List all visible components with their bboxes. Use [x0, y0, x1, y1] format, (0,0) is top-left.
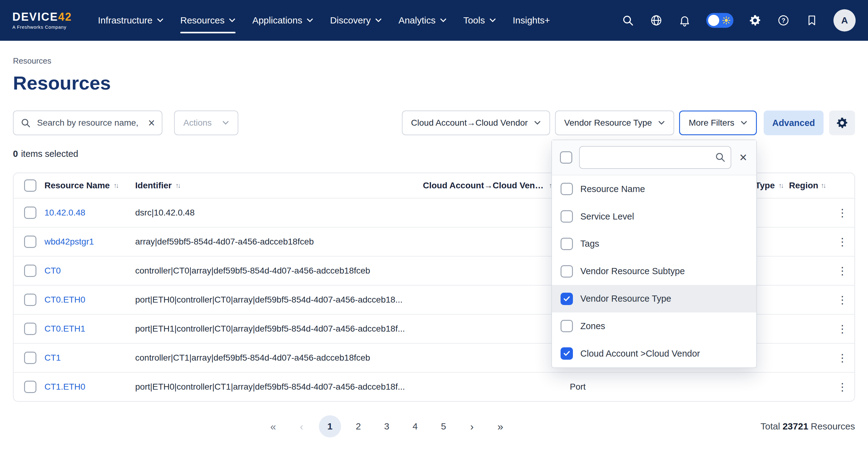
filter-option-cloud-account-cloud-vendor[interactable]: Cloud Account >Cloud Vendor [552, 340, 756, 367]
user-avatar[interactable]: A [833, 9, 856, 31]
resource-link[interactable]: wbd42pstgr1 [44, 237, 94, 246]
col-header-cloud-vendor[interactable]: Cloud Account→Cloud Vendor↑↓ [423, 181, 570, 190]
help-icon[interactable]: ? [777, 13, 790, 27]
gear-icon[interactable] [748, 13, 762, 27]
nav-item-insights[interactable]: Insights+ [513, 0, 550, 41]
filter-checkbox[interactable] [561, 183, 573, 195]
select-all-checkbox[interactable] [24, 179, 36, 192]
search-input[interactable] [36, 117, 143, 128]
search-icon [20, 118, 31, 128]
nav-item-analytics[interactable]: Analytics [399, 0, 447, 41]
bell-icon[interactable] [678, 13, 691, 27]
row-checkbox[interactable] [24, 236, 36, 248]
actions-dropdown[interactable]: Actions [174, 111, 238, 135]
filter-option-vendor-resource-subtype[interactable]: Vendor Resource Subtype [552, 258, 756, 285]
filter-checkbox[interactable] [561, 238, 573, 250]
col-header-resource-name[interactable]: Resource Name↑↓ [44, 181, 135, 190]
cloud-account-filter-dropdown[interactable]: Cloud Account→Cloud Vendor [402, 111, 550, 135]
chevron-down-icon [229, 18, 236, 23]
filter-checkbox[interactable] [561, 210, 573, 222]
sort-icon[interactable]: ↑↓ [175, 182, 180, 189]
filter-checkbox[interactable] [561, 320, 573, 332]
row-actions-kebab-icon[interactable]: ⋮ [837, 266, 848, 276]
table-row: CT1.ETH0 port|ETH0|controller|CT1|array|… [13, 372, 855, 401]
close-panel-icon[interactable]: × [738, 151, 748, 164]
filter-search-input[interactable] [579, 146, 731, 169]
last-page-button[interactable]: » [489, 415, 512, 438]
filter-option-tags[interactable]: Tags [552, 230, 756, 258]
resource-link[interactable]: CT0.ETH1 [44, 324, 85, 333]
nav-item-tools[interactable]: Tools [463, 0, 496, 41]
vendor-type-filter-dropdown[interactable]: Vendor Resource Type [555, 111, 674, 135]
page-button-5[interactable]: 5 [432, 415, 455, 438]
sort-icon[interactable]: ↑↓ [114, 182, 118, 189]
row-actions-kebab-icon[interactable]: ⋮ [837, 353, 848, 363]
table-settings-button[interactable] [829, 111, 855, 135]
row-actions-kebab-icon[interactable]: ⋮ [837, 295, 848, 305]
row-actions-kebab-icon[interactable]: ⋮ [837, 208, 848, 218]
check-icon [563, 351, 570, 356]
resource-link[interactable]: 10.42.0.48 [44, 208, 85, 217]
identifier-cell: dsrc|10.42.0.48 [135, 208, 423, 218]
filter-option-vendor-resource-type[interactable]: Vendor Resource Type [552, 285, 756, 312]
row-actions-kebab-icon[interactable]: ⋮ [837, 324, 848, 334]
more-filters-panel-header: × [552, 140, 756, 175]
filter-checkbox-checked[interactable] [561, 293, 573, 305]
resource-link[interactable]: CT0.ETH0 [44, 295, 85, 304]
nav-item-applications[interactable]: Applications [252, 0, 313, 41]
check-icon [563, 296, 570, 302]
page-button-3[interactable]: 3 [376, 415, 398, 438]
col-header-identifier[interactable]: Identifier↑↓ [135, 181, 423, 190]
next-page-button[interactable]: › [461, 415, 483, 438]
filter-option-service-level[interactable]: Service Level [552, 203, 756, 230]
clear-search-icon[interactable]: × [148, 117, 155, 129]
resource-link[interactable]: CT1 [44, 353, 61, 362]
globe-icon[interactable] [649, 13, 663, 27]
row-actions-kebab-icon[interactable]: ⋮ [837, 382, 848, 392]
brand-42: 42 [58, 10, 72, 23]
nav-item-infrastructure[interactable]: Infrastructure [98, 0, 164, 41]
row-checkbox[interactable] [24, 294, 36, 306]
more-filters-dropdown[interactable]: More Filters [679, 111, 757, 135]
breadcrumb[interactable]: Resources [13, 41, 51, 66]
row-checkbox[interactable] [24, 352, 36, 364]
total-count: 23721 [782, 421, 808, 431]
chevron-down-icon [658, 121, 665, 125]
page-button-2[interactable]: 2 [347, 415, 370, 438]
sort-icon[interactable]: ↑↓ [778, 182, 783, 189]
filter-checkbox[interactable] [561, 265, 573, 277]
resource-link[interactable]: CT1.ETH0 [44, 382, 85, 391]
row-checkbox[interactable] [24, 381, 36, 393]
navbar-icons: ? A [621, 9, 856, 31]
filter-option-zones[interactable]: Zones [552, 312, 756, 340]
nav-item-discovery[interactable]: Discovery [330, 0, 382, 41]
chevron-down-icon [157, 18, 164, 23]
page-button-4[interactable]: 4 [404, 415, 426, 438]
brand-logo[interactable]: DEVICE42 A Freshworks Company [12, 11, 72, 30]
row-checkbox[interactable] [24, 265, 36, 277]
resource-link[interactable]: CT0 [44, 266, 61, 275]
page-button-1[interactable]: 1 [319, 415, 341, 438]
search-icon [715, 152, 726, 163]
search-icon[interactable] [621, 13, 634, 27]
theme-toggle[interactable] [706, 13, 734, 28]
col-header-region[interactable]: Region↑↓ [789, 181, 829, 190]
nav-item-resources[interactable]: Resources [180, 0, 236, 41]
bookmark-icon[interactable] [805, 13, 818, 27]
row-checkbox[interactable] [24, 207, 36, 219]
chevron-down-icon [741, 121, 747, 125]
sun-icon [722, 16, 731, 25]
filter-checkbox-checked[interactable] [561, 347, 573, 360]
nav-label: Applications [252, 15, 302, 26]
first-page-button[interactable]: « [262, 415, 284, 438]
sort-icon[interactable]: ↑↓ [821, 182, 825, 189]
filter-option-resource-name[interactable]: Resource Name [552, 175, 756, 203]
advanced-button[interactable]: Advanced [764, 111, 824, 135]
chevron-down-icon [534, 121, 541, 125]
row-actions-kebab-icon[interactable]: ⋮ [837, 237, 848, 247]
chevron-down-icon [440, 18, 447, 23]
select-all-filters-checkbox[interactable] [560, 151, 572, 163]
prev-page-button[interactable]: ‹ [290, 415, 313, 438]
row-checkbox[interactable] [24, 323, 36, 335]
vendor-type-cell: Port [570, 382, 789, 392]
